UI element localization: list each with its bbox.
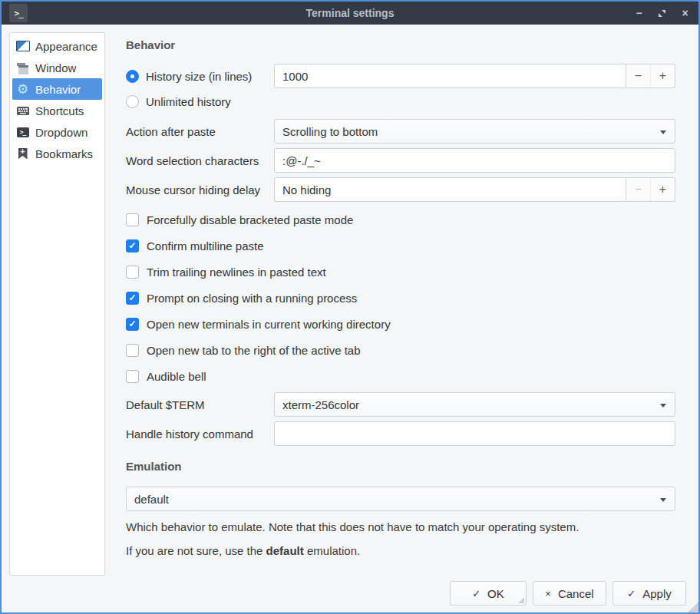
sidebar-item-label: Window	[35, 61, 76, 74]
checkbox-label: Trim trailing newlines in pasted text	[147, 266, 326, 279]
checkbox-row: ✓ Forcefully disable bracketed paste mod…	[126, 206, 675, 233]
unlimited-history-radio[interactable]	[126, 95, 139, 108]
bookmark-plus-icon: +	[15, 147, 30, 161]
settings-sidebar: Appearance Window ⚙ Behavior	[9, 32, 105, 576]
checkbox-row: ✓ Open new terminals in current working …	[126, 311, 675, 337]
action-after-paste-label: Action after paste	[126, 125, 274, 138]
sidebar-item-label: Dropdown	[35, 126, 88, 139]
checkbox-row: ✓ Audible bell	[126, 363, 675, 389]
cancel-button[interactable]: × Cancel	[533, 581, 606, 606]
increment-button[interactable]: +	[651, 64, 675, 87]
sidebar-item-label: Bookmarks	[35, 147, 93, 160]
window-title: Terminal settings	[306, 7, 395, 19]
mouse-cursor-delay-spinbutton: − +	[274, 177, 675, 202]
checkbox-label: Open new terminals in current working di…	[147, 318, 391, 331]
bracketed-paste-checkbox[interactable]: ✓	[126, 213, 139, 226]
help-text: If you are not sure, use the	[126, 544, 266, 557]
decrement-button[interactable]: −	[626, 178, 651, 201]
minimize-button[interactable]: −	[633, 8, 645, 19]
dropdown-arrow-icon	[660, 498, 666, 502]
keyboard-icon	[15, 104, 30, 118]
sidebar-item-behavior[interactable]: ⚙ Behavior	[12, 78, 102, 100]
unlimited-history-label: Unlimited history	[146, 95, 231, 108]
confirm-multiline-paste-checkbox[interactable]: ✓	[126, 239, 139, 253]
checkbox-label: Confirm multiline paste	[147, 239, 264, 253]
cross-icon: ×	[545, 588, 551, 599]
handle-history-row: Handle history command	[126, 421, 675, 446]
apply-button-label: Apply	[642, 587, 672, 600]
emulation-help-line2: If you are not sure, use the default emu…	[126, 544, 675, 557]
mouse-cursor-delay-row: Mouse cursor hiding delay − +	[126, 177, 675, 202]
sidebar-item-dropdown[interactable]: >_ Dropdown	[12, 121, 102, 143]
action-after-paste-select[interactable]: Scrolling to bottom	[274, 119, 675, 144]
behavior-checkbox-list: ✓ Forcefully disable bracketed paste mod…	[126, 206, 675, 389]
sidebar-item-shortcuts[interactable]: Shortcuts	[12, 100, 102, 121]
checkbox-label: Audible bell	[147, 370, 206, 383]
checkbox-label: Open new tab to the right of the active …	[147, 344, 361, 357]
check-icon: ✓	[627, 588, 636, 599]
emulation-value: default	[134, 493, 169, 506]
ok-button-label: OK	[487, 587, 504, 600]
trim-trailing-newlines-checkbox[interactable]: ✓	[126, 266, 139, 279]
checkbox-label: Forcefully disable bracketed paste mode	[147, 213, 353, 226]
handle-history-label: Handle history command	[126, 427, 274, 441]
close-button[interactable]: ×	[679, 8, 691, 19]
checkmark-icon: ✓	[128, 241, 136, 250]
default-term-row: Default $TERM xterm-256color	[126, 392, 675, 417]
window-controls: − ×	[633, 2, 691, 25]
action-after-paste-value: Scrolling to bottom	[282, 125, 378, 138]
audible-bell-checkbox[interactable]: ✓	[126, 370, 139, 383]
resize-grip-icon[interactable]	[688, 602, 698, 612]
checkbox-row: ✓ Prompt on closing with a running proce…	[126, 285, 675, 311]
dialog-buttons: ✓ OK × Cancel ✓ Apply	[450, 581, 686, 606]
help-text-bold: default	[266, 544, 304, 557]
dropdown-arrow-icon	[660, 130, 666, 134]
titlebar: >_ Terminal settings − ×	[2, 2, 698, 25]
sidebar-item-window[interactable]: Window	[12, 57, 102, 78]
action-after-paste-row: Action after paste Scrolling to bottom	[126, 119, 675, 144]
sidebar-item-label: Behavior	[35, 83, 81, 96]
emulation-help-line1: Which behavior to emulate. Note that thi…	[126, 520, 675, 533]
window-icon	[15, 61, 30, 75]
terminal-settings-window: >_ Terminal settings − × Appearance Wind…	[0, 0, 700, 614]
history-size-spinner: − +	[626, 64, 675, 88]
terminal-app-icon[interactable]: >_	[9, 4, 28, 22]
checkmark-icon: ✓	[128, 293, 136, 302]
checkmark-icon: ✓	[128, 319, 136, 328]
mouse-cursor-delay-spinner: − +	[626, 177, 675, 202]
history-size-label: History size (in lines)	[146, 70, 252, 83]
handle-history-input[interactable]	[274, 421, 675, 446]
increment-button[interactable]: +	[651, 178, 675, 201]
default-term-select[interactable]: xterm-256color	[274, 392, 675, 417]
checkbox-label: Prompt on closing with a running process	[147, 292, 357, 305]
open-in-cwd-checkbox[interactable]: ✓	[126, 318, 139, 331]
emulation-row: default	[126, 485, 675, 511]
prompt-on-closing-checkbox[interactable]: ✓	[126, 292, 139, 305]
terminal-dropdown-icon: >_	[15, 125, 30, 140]
word-selection-input[interactable]	[274, 148, 675, 173]
emulation-section: Emulation default Which behavior to emul…	[126, 460, 675, 557]
mouse-cursor-delay-label: Mouse cursor hiding delay	[126, 183, 274, 196]
history-size-radio[interactable]	[126, 70, 139, 83]
behavior-panel: Behavior History size (in lines) − + Unl…	[126, 34, 675, 557]
check-icon: ✓	[472, 588, 480, 599]
sidebar-item-bookmarks[interactable]: + Bookmarks	[12, 143, 102, 164]
maximize-button[interactable]	[656, 8, 668, 19]
checkbox-row: ✓ Confirm multiline paste	[126, 233, 675, 259]
mouse-cursor-delay-input[interactable]	[274, 177, 626, 202]
word-selection-label: Word selection characters	[126, 154, 274, 167]
unlimited-history-row: Unlimited history	[126, 93, 675, 110]
emulation-select[interactable]: default	[126, 487, 675, 511]
decrement-button[interactable]: −	[626, 64, 651, 87]
history-size-input[interactable]	[274, 64, 626, 88]
word-selection-row: Word selection characters	[126, 148, 675, 173]
open-tab-right-checkbox[interactable]: ✓	[126, 344, 139, 357]
sidebar-item-label: Shortcuts	[35, 104, 84, 117]
checkbox-row: ✓ Open new tab to the right of the activ…	[126, 337, 675, 363]
ok-button[interactable]: ✓ OK	[450, 581, 527, 606]
sidebar-item-appearance[interactable]: Appearance	[12, 35, 102, 57]
default-term-label: Default $TERM	[126, 398, 274, 411]
apply-button[interactable]: ✓ Apply	[612, 581, 686, 606]
default-button-grip-icon	[518, 597, 524, 603]
behavior-section-title: Behavior	[126, 38, 675, 51]
